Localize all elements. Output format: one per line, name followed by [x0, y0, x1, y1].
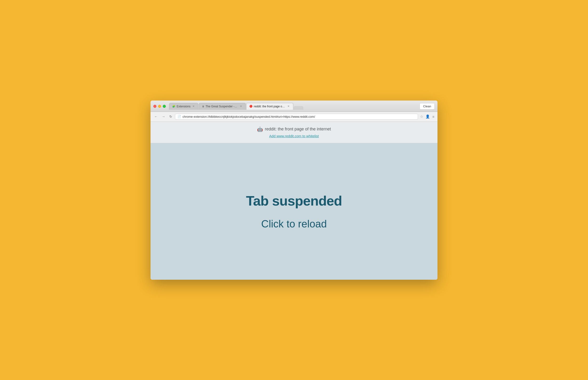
close-window-button[interactable] [153, 105, 156, 108]
tab-extensions-label: Extensions [177, 105, 190, 108]
tab-reddit-icon: 🔴 [249, 105, 253, 108]
tabs-row: 🧩 Extensions ✕ ⏸ The Great Suspender - C… [169, 103, 420, 110]
click-to-reload-text[interactable]: Click to reload [261, 218, 327, 230]
tab-great-suspender[interactable]: ⏸ The Great Suspender - Ch… ✕ [199, 103, 246, 110]
nav-right-icons: ☆ 👤 ≡ [419, 114, 435, 119]
whitelist-link[interactable]: Add www.reddit.com to whitelist [269, 134, 319, 138]
tab-extensions[interactable]: 🧩 Extensions ✕ [169, 103, 198, 110]
tab-reddit-label: reddit: the front page of th… [254, 105, 286, 108]
menu-button[interactable]: ≡ [432, 114, 435, 119]
reload-button[interactable]: ↻ [168, 114, 173, 119]
tab-reddit-close[interactable]: ✕ [287, 105, 290, 108]
page-title-text: reddit: the front page of the internet [265, 127, 331, 132]
tab-great-suspender-close[interactable]: ✕ [240, 105, 243, 108]
address-bar[interactable]: 📄 chrome-extension://klbibkeccnjlkjkiokj… [175, 114, 418, 120]
reddit-icon: 🤖 [257, 126, 263, 132]
tab-great-suspender-label: The Great Suspender - Ch… [206, 105, 238, 108]
tab-extensions-close[interactable]: ✕ [192, 105, 195, 108]
maximize-window-button[interactable] [163, 105, 166, 108]
forward-button[interactable]: → [160, 114, 167, 119]
desktop: 🧩 Extensions ✕ ⏸ The Great Suspender - C… [0, 0, 588, 380]
back-button[interactable]: ← [153, 114, 159, 119]
page-content[interactable]: Tab suspended Click to reload [151, 143, 437, 280]
clean-button[interactable]: Clean [420, 103, 435, 110]
title-bar-top: 🧩 Extensions ✕ ⏸ The Great Suspender - C… [153, 103, 435, 110]
title-bar: 🧩 Extensions ✕ ⏸ The Great Suspender - C… [151, 100, 437, 112]
bookmark-button[interactable]: ☆ [419, 114, 424, 119]
suspended-heading: Tab suspended [246, 193, 342, 209]
page-title-row: 🤖 reddit: the front page of the internet [155, 126, 433, 132]
page-header: 🤖 reddit: the front page of the internet… [151, 122, 437, 143]
nav-bar: ← → ↻ 📄 chrome-extension://klbibkeccnjlk… [151, 112, 437, 122]
page-icon: 📄 [178, 115, 181, 118]
tab-empty [294, 106, 303, 110]
minimize-window-button[interactable] [158, 105, 161, 108]
browser-window: 🧩 Extensions ✕ ⏸ The Great Suspender - C… [151, 100, 437, 280]
tab-great-suspender-icon: ⏸ [202, 105, 204, 108]
tab-reddit[interactable]: 🔴 reddit: the front page of th… ✕ [246, 103, 293, 110]
tab-extensions-icon: 🧩 [172, 105, 175, 108]
user-button[interactable]: 👤 [425, 114, 431, 119]
address-text: chrome-extension://klbibkeccnjlkjkiokjod… [183, 115, 415, 118]
window-controls [153, 105, 166, 108]
